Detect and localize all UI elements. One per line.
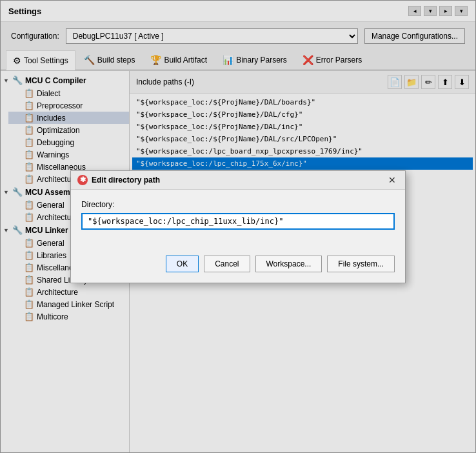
modal-overlay: ✱ Edit directory path ✕ Directory: OK Ca… bbox=[0, 0, 476, 453]
modal-title-text: Edit directory path bbox=[92, 176, 160, 185]
cancel-button[interactable]: Cancel bbox=[204, 256, 250, 272]
file-system-button[interactable]: File system... bbox=[327, 256, 395, 272]
ok-button[interactable]: OK bbox=[166, 256, 199, 272]
modal-title-icon: ✱ bbox=[77, 175, 88, 185]
workspace-button[interactable]: Workspace... bbox=[255, 256, 322, 272]
modal-field-label: Directory: bbox=[81, 200, 395, 209]
modal-footer: OK Cancel Workspace... File system... bbox=[71, 240, 405, 283]
modal-body: Directory: bbox=[71, 190, 405, 240]
modal-title-group: ✱ Edit directory path bbox=[77, 175, 160, 185]
edit-directory-modal: ✱ Edit directory path ✕ Directory: OK Ca… bbox=[70, 170, 406, 283]
modal-title-bar: ✱ Edit directory path ✕ bbox=[71, 171, 405, 190]
modal-close-button[interactable]: ✕ bbox=[386, 175, 399, 185]
directory-input[interactable] bbox=[81, 213, 395, 230]
